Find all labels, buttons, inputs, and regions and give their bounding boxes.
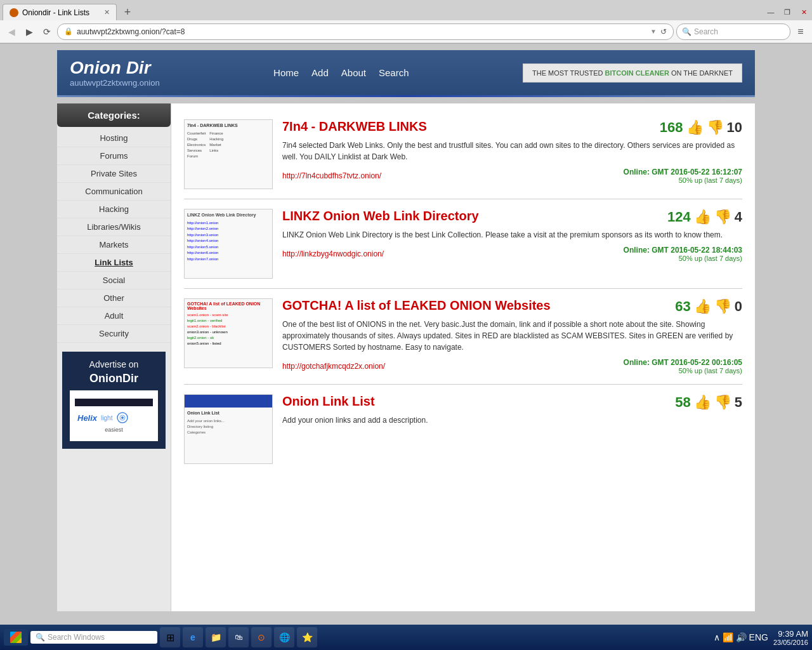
listing-status-3: Online: GMT 2016-05-22 00:16:05 50% up (… [624, 358, 742, 375]
header-divider [57, 95, 755, 97]
listing-footer-1: http://7ln4cubdfhs7tvtz.onion/ Online: G… [282, 168, 742, 184]
ad-prefix: THE MOST TRUSTED [532, 69, 603, 77]
forward-button[interactable]: ▶ [22, 24, 37, 39]
search-placeholder: Search [694, 27, 718, 36]
active-tab[interactable]: Oniondir - Link Lists ✕ [3, 4, 117, 20]
nav-add[interactable]: Add [311, 67, 329, 78]
listing-info-3: GOTCHA! A list of LEAKED ONION Websites … [282, 298, 742, 375]
sidebar-item-hacking[interactable]: Hacking [57, 201, 171, 218]
nav-about[interactable]: About [341, 67, 366, 78]
thumbs-up-icon-2[interactable]: 👍 [694, 209, 711, 225]
sidebar-item-forums[interactable]: Forums [57, 147, 171, 165]
vote-up-count-1: 168 [660, 119, 683, 136]
vote-up-count-4: 58 [675, 394, 690, 411]
thumbs-down-icon-2[interactable]: 👎 [714, 209, 731, 225]
site-brand: Onion Dir auutwvpt2zktxwng.onion [70, 58, 160, 88]
sidebar-item-markets[interactable]: Markets [57, 236, 171, 254]
listing-votes-4: 58 👍 👎 5 [675, 394, 742, 411]
sidebar-ad[interactable]: Advertise on OnionDir Helix light [62, 352, 166, 449]
ad-title: Advertise on [70, 359, 158, 369]
ad-brand: OnionDir [70, 372, 158, 385]
sidebar-item-link-lists[interactable]: Link Lists [57, 254, 171, 272]
thumbs-down-icon-1[interactable]: 👎 [707, 119, 724, 136]
site-nav: Home Add About Search [273, 67, 409, 78]
tab-title: Oniondir - Link Lists [22, 8, 89, 17]
sidebar-item-security[interactable]: Security [57, 325, 171, 343]
vote-up-count-3: 63 [675, 298, 690, 315]
vote-down-count-3: 0 [735, 298, 742, 315]
nav-bar: ◀ ▶ ⟳ 🔒 auutwvpt2zktxwng.onion/?cat=8 ▼ … [0, 20, 812, 43]
listing-desc-3: One of the best list of ONIONS in the ne… [282, 319, 742, 353]
url-text: auutwvpt2zktxwng.onion/?cat=8 [77, 27, 646, 36]
main-container: Categories: Hosting Forums Private Sites… [57, 103, 755, 611]
content-area: 7In4 - DARKWEB LINKS CounterfeitDrugsEle… [171, 103, 755, 611]
thumbs-up-icon-4[interactable]: 👍 [694, 394, 711, 411]
vote-up-count-2: 124 [667, 209, 691, 225]
listing-status-2: Online: GMT 2016-05-22 18:44:03 50% up (… [624, 246, 742, 262]
sidebar-item-other[interactable]: Other [57, 289, 171, 307]
listing-item: GOTCHA! A list of LEAKED ONION Websites … [184, 289, 742, 385]
tab-bar: Oniondir - Link Lists ✕ + — ❐ ✕ [0, 0, 812, 20]
listing-item: LINKZ Onion Web Link Directory http://on… [184, 199, 742, 289]
listing-votes-2: 124 👍 👎 4 [667, 209, 742, 225]
listing-item: 7In4 - DARKWEB LINKS CounterfeitDrugsEle… [184, 110, 742, 199]
listing-info-1: 7In4 - DARKWEB LINKS 168 👍 👎 10 7in4 sel… [282, 119, 742, 184]
sidebar-item-private-sites[interactable]: Private Sites [57, 165, 171, 183]
thumbs-down-icon-3[interactable]: 👎 [714, 298, 731, 315]
listing-footer-3: http://gotchafjkmcqdz2x.onion/ Online: G… [282, 358, 742, 375]
listing-desc-1: 7in4 selected Dark Web Links. Only the b… [282, 140, 742, 162]
new-tab-button[interactable]: + [119, 4, 136, 20]
sidebar-nav: Hosting Forums Private Sites Communicati… [57, 127, 171, 345]
listing-header-1: 7In4 - DARKWEB LINKS 168 👍 👎 10 [282, 119, 742, 136]
back-button[interactable]: ◀ [4, 24, 19, 39]
window-controls: — ❐ ✕ [763, 4, 812, 20]
listing-title-1[interactable]: 7In4 - DARKWEB LINKS [282, 119, 427, 134]
listing-title-4[interactable]: Onion Link List [282, 394, 375, 409]
thumbs-up-icon-1[interactable]: 👍 [686, 119, 704, 136]
listing-desc-4: Add your onion links and add a descripti… [282, 415, 742, 426]
url-dropdown-icon[interactable]: ▼ [650, 28, 657, 35]
header-ad[interactable]: THE MOST TRUSTED BITCOIN CLEANER ON THE … [523, 63, 742, 83]
sidebar-item-adult[interactable]: Adult [57, 307, 171, 325]
menu-button[interactable]: ≡ [793, 24, 808, 39]
listing-url-2[interactable]: http://linkzbyg4nwodgic.onion/ [282, 249, 384, 258]
listing-thumbnail-3: GOTCHA! A list of LEAKED ONION Websites … [184, 298, 273, 368]
ad-bitcoin: BITCOIN CLEANER [605, 69, 669, 77]
listing-thumbnail-2: LINKZ Onion Web Link Directory http://on… [184, 209, 273, 279]
nav-home[interactable]: Home [273, 67, 299, 78]
listing-header-4: Onion Link List 58 👍 👎 5 [282, 394, 742, 411]
status-uptime-2: 50% up (last 7 days) [624, 255, 742, 262]
listing-title-2[interactable]: LINKZ Onion Web Link Directory [282, 209, 479, 223]
site-title: Onion Dir [70, 58, 160, 78]
listing-url-3[interactable]: http://gotchafjkmcqdz2x.onion/ [282, 362, 385, 371]
minimize-button[interactable]: — [763, 4, 779, 20]
listing-url-1[interactable]: http://7ln4cubdfhs7tvtz.onion/ [282, 171, 381, 180]
tab-close-button[interactable]: ✕ [104, 8, 110, 17]
thumbs-down-icon-4[interactable]: 👎 [714, 394, 731, 411]
sidebar-item-communication[interactable]: Communication [57, 183, 171, 201]
close-button[interactable]: ✕ [796, 4, 812, 20]
browser-search-bar[interactable]: 🔍 Search [676, 23, 790, 40]
listing-desc-2: LINKZ Onion Web Link Directory is the be… [282, 229, 742, 241]
search-icon: 🔍 [682, 27, 691, 36]
reload-button[interactable]: ⟳ [39, 24, 55, 39]
status-online-3: Online: GMT 2016-05-22 00:16:05 [624, 358, 742, 367]
listing-thumbnail-1: 7In4 - DARKWEB LINKS CounterfeitDrugsEle… [184, 119, 273, 189]
nav-search[interactable]: Search [379, 67, 409, 78]
sidebar-item-libraries[interactable]: Libraries/Wikis [57, 218, 171, 236]
maximize-button[interactable]: ❐ [779, 4, 796, 20]
vote-down-count-2: 4 [735, 209, 742, 225]
sidebar-item-social[interactable]: Social [57, 272, 171, 289]
vote-down-count-4: 5 [735, 394, 742, 411]
listing-status-1: Online: GMT 2016-05-22 16:12:07 50% up (… [624, 168, 742, 184]
thumbs-up-icon-3[interactable]: 👍 [694, 298, 711, 315]
listing-info-4: Onion Link List 58 👍 👎 5 Add your onion … [282, 394, 742, 431]
sidebar-item-hosting[interactable]: Hosting [57, 129, 171, 147]
status-uptime-3: 50% up (last 7 days) [624, 367, 742, 375]
refresh-icon[interactable]: ↺ [660, 27, 667, 36]
listing-footer-2: http://linkzbyg4nwodgic.onion/ Online: G… [282, 246, 742, 262]
listing-item: Onion Link List Add your onion links... … [184, 385, 742, 474]
sidebar: Categories: Hosting Forums Private Sites… [57, 103, 171, 611]
address-bar[interactable]: 🔒 auutwvpt2zktxwng.onion/?cat=8 ▼ ↺ [57, 23, 674, 40]
listing-title-3[interactable]: GOTCHA! A list of LEAKED ONION Websites [282, 298, 551, 313]
